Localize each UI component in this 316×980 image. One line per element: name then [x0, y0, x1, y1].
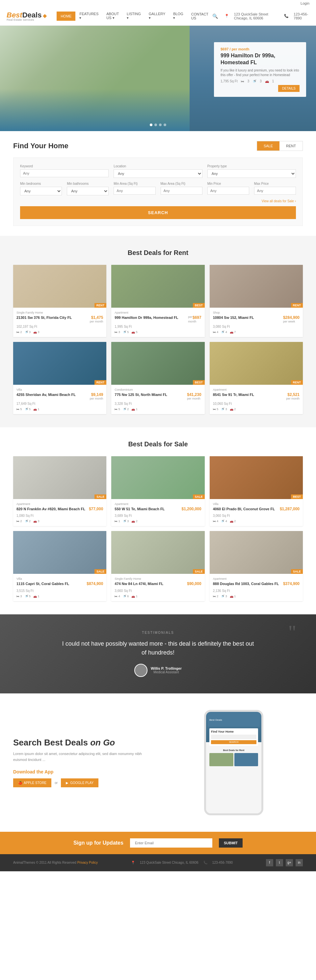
app-download-title: Download the App — [13, 769, 151, 775]
property-badge: SALE — [193, 569, 205, 574]
hero-dot-4[interactable] — [164, 124, 166, 126]
property-garages: 🚗 1 — [33, 407, 40, 411]
property-card[interactable]: SALE Apartment 820 N Franklin Av #820, M… — [13, 456, 106, 526]
property-card[interactable]: SALE Apartment 550 W 51 Te, Miami Beach … — [111, 456, 205, 526]
property-garages: 🚗 3 — [33, 519, 40, 523]
property-type-select[interactable]: Any — [207, 169, 296, 178]
property-beds: 🛏 2 — [16, 330, 22, 334]
property-garages: 🚗 2 — [131, 519, 138, 523]
property-garages: 🚗 1 — [33, 595, 40, 598]
login-link[interactable]: Login — [300, 1, 310, 5]
min-beds-select[interactable]: Any — [20, 187, 62, 195]
property-features: 🛏 2 🚿 3 🚗 1 — [213, 595, 300, 598]
nav-about[interactable]: ABOUT US ▾ — [102, 9, 123, 23]
hero-beds: 3 — [248, 80, 249, 83]
property-image-bg — [13, 456, 106, 499]
property-info: Single Family Home 474 Nw 84 Ln 474l, Mi… — [111, 574, 205, 601]
property-features: 🛏 4 🚿 4 🚗 7 — [213, 330, 300, 334]
min-baths-select[interactable]: Any — [67, 187, 109, 195]
property-image: RENT — [13, 342, 106, 385]
hero-dot-2[interactable] — [154, 124, 157, 126]
logo-diamond-icon: ◆ — [43, 13, 47, 18]
nav-blog[interactable]: BLOG ▾ — [169, 9, 187, 23]
newsletter-email-input[interactable] — [130, 838, 212, 848]
property-badge: SALE — [193, 495, 205, 499]
property-card[interactable]: RENT Shop 10804 Sw 152, Miami FL $284,90… — [210, 265, 303, 337]
app-title: Search Best Deals on Go — [13, 738, 151, 748]
property-type: Apartment — [16, 502, 103, 506]
property-baths: 🚿 5 — [123, 330, 129, 334]
property-price-container: $1,475 per month — [90, 315, 103, 323]
hero-baths: 3 — [260, 80, 262, 83]
testimonials-quote: I could not have possibly wanted more - … — [59, 640, 257, 657]
search-icon[interactable]: 🔍 — [212, 14, 218, 19]
twitter-icon[interactable]: t — [276, 859, 283, 866]
hero-dot-3[interactable] — [159, 124, 162, 126]
nav-listing[interactable]: LISTING ▾ — [123, 9, 145, 23]
hero-dots — [150, 124, 166, 126]
apple-store-button[interactable]: 🍎 APPLE STORE — [13, 778, 51, 787]
property-badge: SALE — [94, 569, 106, 574]
property-card[interactable]: BEST Condominium 775 Nw 125 St, North Mi… — [111, 342, 205, 414]
nav-home[interactable]: HOME — [57, 11, 75, 21]
property-baths: 🚿 4 — [221, 519, 227, 523]
google-play-button[interactable]: ▶ GOOGLE PLAY — [61, 778, 98, 787]
max-price-group: Max Price — [254, 182, 296, 195]
nav-features[interactable]: FEATURES ▾ — [75, 9, 102, 23]
property-image-bg — [13, 265, 106, 308]
author-name: Willis P. Trollinger — [151, 667, 182, 670]
max-price-input[interactable] — [254, 187, 296, 195]
min-price-input[interactable] — [207, 187, 249, 195]
property-card[interactable]: SALE Single Family Home 474 Nw 84 Ln 474… — [111, 531, 205, 601]
googleplus-icon[interactable]: g+ — [286, 859, 293, 866]
location-select[interactable]: Any — [114, 169, 202, 178]
property-price: $1,475 — [91, 315, 103, 320]
hero-stats: 1,795 Sq Ft 🛏 3 🚿 3 🚗 1 — [221, 80, 300, 83]
footer-privacy-link[interactable]: Privacy Policy — [77, 861, 98, 864]
keyword-input[interactable] — [20, 169, 109, 177]
hero-dot-1[interactable] — [150, 124, 152, 126]
property-card[interactable]: RENT Apartment 8541 Sw 91 Tr, Miami FL $… — [210, 342, 303, 414]
view-all-link[interactable]: View all deals for Sale › — [20, 199, 296, 203]
nav-contact[interactable]: CONTACT US — [187, 10, 212, 23]
tab-rent[interactable]: RENT — [279, 141, 303, 151]
app-title-italic: on Go — [90, 738, 115, 748]
nav-gallery[interactable]: GALLERY ▾ — [145, 9, 169, 23]
header-phone-icon: 📞 — [284, 14, 289, 18]
property-card[interactable]: SALE Apartment 888 Douglas Rd 1003, Cora… — [210, 531, 303, 601]
property-price: $374,900 — [283, 581, 300, 586]
search-button[interactable]: SEARCH — [20, 206, 296, 219]
property-image: RENT — [210, 265, 303, 308]
property-type: Apartment — [213, 577, 300, 581]
property-info: Single Family Home 21301 Sw 376 St, Flor… — [13, 308, 106, 337]
author-title: Medical Assistant — [151, 670, 182, 674]
keyword-label: Keyword — [20, 164, 109, 168]
property-card[interactable]: SALE Villa 1115 Capri St, Coral Gables F… — [13, 531, 106, 601]
footer-phone-icon: 📞 — [203, 861, 207, 864]
property-baths: 🚿 2 — [123, 407, 129, 411]
author-avatar — [134, 664, 148, 677]
hero-details-button[interactable]: DETAILS — [278, 85, 300, 92]
property-address: 8541 Sw 91 Tr, Miami FL — [213, 392, 254, 397]
property-baths: 🚿 4 — [221, 330, 227, 334]
newsletter-submit-button[interactable]: SUBMIT — [219, 838, 243, 848]
max-area-input[interactable] — [160, 187, 202, 195]
linkedin-icon[interactable]: in — [295, 859, 303, 866]
tab-sale[interactable]: SALE — [257, 141, 279, 151]
min-area-input[interactable] — [114, 187, 156, 195]
property-beds: 🛏 2 — [213, 595, 219, 598]
property-area: 17,649 Sq Ft — [16, 402, 103, 406]
property-card[interactable]: BEST Villa 4060 El Prado Bl, Coconut Gro… — [210, 456, 303, 526]
property-card[interactable]: BEST Apartment 999 Hamilton Dr 999a, Hom… — [111, 265, 205, 337]
property-area: 3,080 Sq Ft — [213, 325, 300, 328]
property-price: $1,287,000 — [280, 507, 300, 511]
property-card[interactable]: RENT Single Family Home 21301 Sw 376 St,… — [13, 265, 106, 337]
property-features: 🛏 3 🚿 5 🚗 5 — [114, 330, 201, 334]
facebook-icon[interactable]: f — [266, 859, 273, 866]
property-baths: 🚿 5 — [25, 407, 31, 411]
sale-rent-tabs: SALE RENT — [257, 141, 303, 151]
property-price-container: $77,000 — [89, 507, 103, 511]
property-baths: 🚿 2 — [25, 519, 31, 523]
app-or-text: or — [55, 781, 57, 785]
property-card[interactable]: RENT Villa 4255 Sheridan Av, Miami Beach… — [13, 342, 106, 414]
